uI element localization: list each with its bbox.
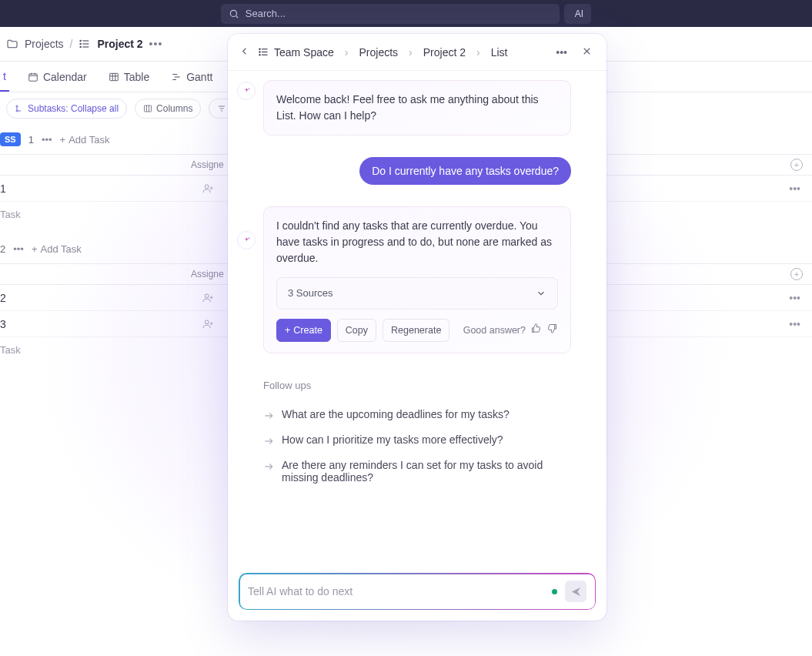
chevron-down-icon bbox=[536, 288, 546, 299]
breadcrumb-current[interactable]: Project 2 bbox=[97, 38, 142, 50]
status-dot bbox=[552, 589, 557, 594]
subtasks-toggle[interactable]: Subtasks: Collapse all bbox=[6, 99, 127, 119]
thumbs-up[interactable] bbox=[530, 323, 542, 339]
status-more[interactable]: ••• bbox=[13, 243, 24, 255]
panel-crumb[interactable]: List bbox=[491, 46, 508, 59]
status-badge[interactable]: SS bbox=[0, 132, 21, 146]
sparkle-icon bbox=[242, 87, 251, 95]
arrow-right-icon bbox=[263, 436, 274, 447]
send-button[interactable] bbox=[565, 581, 586, 602]
svg-point-46 bbox=[249, 88, 249, 89]
svg-point-42 bbox=[259, 52, 260, 52]
tab-calendar[interactable]: Calendar bbox=[25, 62, 90, 92]
svg-point-7 bbox=[80, 40, 81, 41]
search-icon bbox=[229, 8, 239, 19]
person-add-icon bbox=[202, 292, 214, 304]
columns-button[interactable]: Columns bbox=[135, 99, 201, 119]
thumbs-down[interactable] bbox=[546, 323, 558, 339]
breadcrumb-parent[interactable]: Projects bbox=[25, 38, 64, 50]
svg-point-9 bbox=[80, 46, 81, 47]
svg-point-41 bbox=[259, 49, 260, 49]
new-subtask[interactable]: Task bbox=[0, 344, 21, 356]
tab-gantt[interactable]: Gantt bbox=[168, 62, 216, 92]
panel-back[interactable] bbox=[239, 45, 250, 59]
assignee-cell[interactable] bbox=[185, 318, 231, 330]
svg-rect-10 bbox=[29, 73, 38, 80]
breadcrumb-more[interactable]: ••• bbox=[149, 38, 163, 50]
tab-table[interactable]: Table bbox=[105, 62, 152, 92]
panel-crumb[interactable]: Projects bbox=[359, 46, 399, 59]
ai-launcher[interactable]: AI bbox=[564, 4, 591, 24]
followup-item[interactable]: How can I prioritize my tasks more effec… bbox=[263, 427, 571, 453]
copy-button[interactable]: Copy bbox=[337, 319, 376, 343]
svg-point-0 bbox=[230, 10, 236, 16]
status-count: 1 bbox=[28, 134, 34, 146]
new-subtask[interactable]: Task bbox=[0, 209, 21, 220]
gantt-icon bbox=[171, 72, 182, 82]
chevron-left-icon bbox=[239, 45, 250, 57]
table-icon bbox=[109, 72, 119, 82]
svg-point-35 bbox=[205, 320, 209, 324]
panel-close[interactable] bbox=[578, 42, 596, 62]
status-more[interactable]: ••• bbox=[42, 134, 52, 146]
svg-point-32 bbox=[205, 294, 209, 298]
regenerate-button[interactable]: Regenerate bbox=[383, 319, 449, 343]
add-column[interactable]: + bbox=[790, 268, 803, 280]
close-icon bbox=[581, 45, 593, 57]
tab-list[interactable]: t bbox=[0, 62, 9, 92]
svg-point-21 bbox=[16, 105, 18, 107]
filter-icon bbox=[217, 104, 226, 113]
svg-line-1 bbox=[236, 15, 239, 18]
ai-avatar bbox=[237, 231, 256, 249]
user-message: Do I currently have any tasks overdue? bbox=[359, 157, 571, 185]
person-add-icon bbox=[202, 182, 214, 195]
svg-rect-14 bbox=[109, 73, 118, 80]
ai-prompt-input[interactable] bbox=[248, 585, 544, 597]
svg-point-8 bbox=[80, 43, 81, 44]
followup-item[interactable]: Are there any reminders I can set for my… bbox=[263, 453, 571, 490]
search-placeholder: Search... bbox=[246, 8, 286, 19]
svg-rect-23 bbox=[145, 105, 152, 112]
add-column[interactable]: + bbox=[790, 159, 803, 171]
create-button[interactable]: +Create bbox=[276, 319, 331, 343]
followups-title: Follow ups bbox=[263, 380, 571, 391]
ai-prompt-box bbox=[239, 573, 596, 610]
send-icon bbox=[570, 586, 582, 597]
person-add-icon bbox=[202, 318, 214, 330]
status-count: 2 bbox=[0, 243, 5, 255]
list-icon bbox=[79, 38, 91, 50]
svg-point-43 bbox=[259, 55, 260, 55]
sources-expand[interactable]: 3 Sources bbox=[276, 277, 558, 310]
thumbs-down-icon bbox=[546, 323, 558, 334]
columns-icon bbox=[143, 104, 152, 113]
ai-message: Welcome back! Feel free to ask me anythi… bbox=[263, 80, 571, 136]
add-task-button[interactable]: +Add Task bbox=[60, 134, 110, 146]
sparkle-icon bbox=[242, 236, 251, 245]
panel-more[interactable]: ••• bbox=[553, 43, 570, 62]
subtask-icon bbox=[15, 104, 24, 113]
ai-message: I couldn't find any tasks that are curre… bbox=[263, 206, 571, 353]
svg-point-22 bbox=[16, 110, 18, 112]
assignee-cell[interactable] bbox=[185, 292, 231, 304]
feedback-label: Good answer? bbox=[463, 323, 526, 338]
folder-icon bbox=[6, 38, 18, 50]
svg-point-29 bbox=[205, 185, 209, 189]
calendar-icon bbox=[28, 72, 38, 82]
ai-panel: Team Space › Projects › Project 2 › List… bbox=[228, 34, 606, 621]
panel-crumb[interactable]: Team Space bbox=[274, 46, 334, 59]
arrow-right-icon bbox=[263, 461, 274, 472]
global-search[interactable]: Search... bbox=[221, 4, 560, 24]
thumbs-up-icon bbox=[530, 323, 542, 334]
svg-point-47 bbox=[249, 237, 249, 238]
list-icon bbox=[258, 46, 269, 58]
panel-crumb[interactable]: Project 2 bbox=[423, 46, 466, 59]
arrow-right-icon bbox=[263, 410, 274, 421]
ai-avatar bbox=[237, 82, 256, 100]
add-task-button[interactable]: +Add Task bbox=[32, 243, 82, 255]
followup-item[interactable]: What are the upcoming deadlines for my t… bbox=[263, 402, 571, 427]
assignee-cell[interactable] bbox=[185, 182, 231, 195]
